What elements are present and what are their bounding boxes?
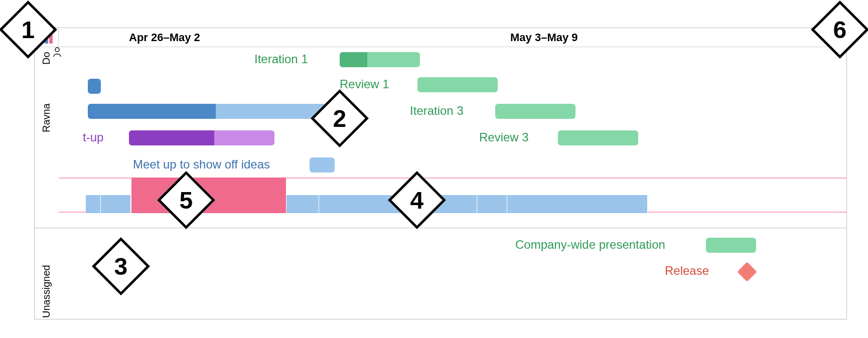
week-label-1: Apr 26–May 2 — [59, 31, 450, 44]
task-label: Company-wide presentation — [515, 238, 665, 252]
task-label: Iteration 3 — [410, 104, 464, 118]
task-bar-meetup[interactable] — [310, 157, 335, 173]
task-bar-review1[interactable] — [417, 77, 498, 92]
task-label: Review 3 — [479, 130, 529, 144]
task-bar-setup[interactable] — [129, 130, 274, 145]
task-bar-iteration3[interactable] — [495, 104, 575, 119]
task-bar-presentation[interactable] — [706, 238, 756, 253]
task-progress — [129, 130, 214, 145]
assignee-label-ravna: Ravna — [41, 67, 52, 132]
task-label: Iteration 1 — [254, 52, 308, 66]
task-label: t-up — [83, 130, 103, 144]
assignee-label-do: Do — [41, 47, 52, 65]
milestone-release[interactable] — [737, 262, 757, 282]
week-label-2: May 3–May 9 — [450, 31, 846, 44]
task-label: Release — [665, 264, 709, 278]
task-bar-blue[interactable] — [88, 104, 334, 119]
task-bar-review3[interactable] — [558, 130, 638, 145]
task-label: Review 1 — [340, 77, 389, 91]
task-bar-small[interactable] — [88, 79, 101, 94]
timeline-header: Apr 26–May 2 May 3–May 9 + — [35, 28, 846, 47]
task-progress — [88, 104, 216, 119]
task-bar-iteration1[interactable] — [340, 52, 420, 67]
task-label: Meet up to show off ideas — [133, 157, 270, 172]
assignee-label-unassigned: Unassigned — [41, 233, 52, 318]
task-progress — [340, 52, 367, 67]
